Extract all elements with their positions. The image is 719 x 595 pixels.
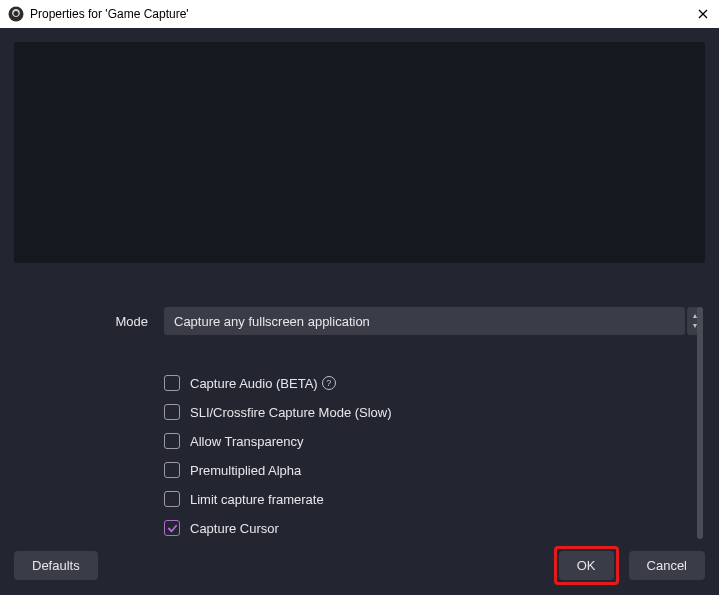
mode-dropdown-value: Capture any fullscreen application: [174, 314, 370, 329]
checkbox[interactable]: [164, 404, 180, 420]
scrollbar[interactable]: [697, 307, 703, 539]
checkbox-row[interactable]: Capture Cursor: [164, 520, 705, 536]
checkbox-label: Capture Audio (BETA)?: [190, 376, 336, 391]
mode-row: Mode Capture any fullscreen application …: [14, 307, 705, 335]
checkbox-row[interactable]: SLI/Crossfire Capture Mode (Slow): [164, 404, 705, 420]
checkbox-row[interactable]: Limit capture framerate: [164, 491, 705, 507]
checkbox-label: SLI/Crossfire Capture Mode (Slow): [190, 405, 392, 420]
cancel-button[interactable]: Cancel: [629, 551, 705, 580]
capture-preview: [14, 42, 705, 263]
defaults-button[interactable]: Defaults: [14, 551, 98, 580]
checkbox[interactable]: [164, 520, 180, 536]
checkbox-row[interactable]: Allow Transparency: [164, 433, 705, 449]
button-group-right: OK Cancel: [554, 546, 705, 585]
ok-button[interactable]: OK: [559, 551, 614, 580]
close-button[interactable]: [693, 4, 713, 24]
obs-icon: [8, 6, 24, 22]
svg-point-0: [9, 7, 24, 22]
checkbox[interactable]: [164, 491, 180, 507]
titlebar: Properties for 'Game Capture': [0, 0, 719, 28]
window-title: Properties for 'Game Capture': [30, 7, 189, 21]
checkbox[interactable]: [164, 433, 180, 449]
checkbox-list: Capture Audio (BETA)?SLI/Crossfire Captu…: [164, 375, 705, 536]
mode-label: Mode: [14, 314, 154, 329]
checkbox-label: Limit capture framerate: [190, 492, 324, 507]
dialog-body: Mode Capture any fullscreen application …: [0, 28, 719, 595]
checkbox[interactable]: [164, 462, 180, 478]
checkbox-row[interactable]: Premultiplied Alpha: [164, 462, 705, 478]
help-icon[interactable]: ?: [322, 376, 336, 390]
checkbox-label: Premultiplied Alpha: [190, 463, 301, 478]
form-area: Mode Capture any fullscreen application …: [14, 307, 705, 536]
mode-dropdown[interactable]: Capture any fullscreen application ▴ ▾: [164, 307, 685, 335]
checkbox-label: Allow Transparency: [190, 434, 303, 449]
button-row: Defaults OK Cancel: [14, 536, 705, 585]
ok-highlight: OK: [554, 546, 619, 585]
checkbox[interactable]: [164, 375, 180, 391]
checkbox-label: Capture Cursor: [190, 521, 279, 536]
checkbox-row[interactable]: Capture Audio (BETA)?: [164, 375, 705, 391]
